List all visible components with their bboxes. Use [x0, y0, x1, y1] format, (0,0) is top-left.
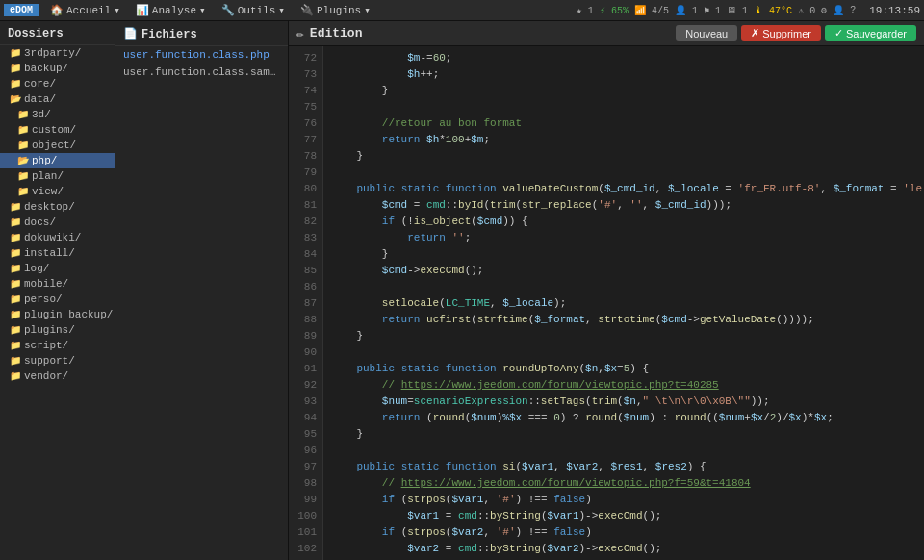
folder-core[interactable]: 📁core/: [0, 76, 115, 91]
menu-accueil[interactable]: 🏠 Accueil ▾: [42, 2, 128, 18]
menu-outils[interactable]: 🔧 Outils ▾: [214, 2, 293, 18]
menubar: eDOM 🏠 Accueil ▾ 📊 Analyse ▾ 🔧 Outils ▾ …: [0, 0, 924, 21]
dossiers-panel: Dossiers 📁3rdparty/ 📁backup/ 📁core/ 📂dat…: [0, 21, 116, 560]
folder-open-icon: 📂: [17, 155, 29, 166]
status-bar: ★ 1 ⚡ 65% 📶 4/5 👤 1 ⚑ 1 🖥 1 🌡 47°C ⚠ 0 ⚙…: [577, 5, 920, 16]
folder-icon: 📁: [17, 170, 29, 182]
folder-mobile[interactable]: 📁mobile/: [0, 276, 115, 292]
folder-install[interactable]: 📁install/: [0, 245, 115, 261]
folder-icon: 📁: [10, 355, 21, 367]
analyse-icon: 📊: [136, 4, 149, 16]
folder-3d[interactable]: 📁3d/: [0, 107, 115, 122]
folder-icon: 📁: [10, 293, 21, 305]
folder-icon: 📁: [10, 232, 21, 243]
folder-docs[interactable]: 📁docs/: [0, 215, 115, 230]
folder-script[interactable]: 📁script/: [0, 338, 115, 353]
warning-icon: ⚠ 0: [798, 5, 815, 16]
folder-icon: 📁: [10, 278, 21, 290]
home-icon: 🏠: [50, 4, 64, 16]
folder-icon: 📁: [10, 216, 21, 228]
folder-icon: 📁: [10, 324, 21, 336]
new-button[interactable]: Nouveau: [676, 25, 737, 41]
battery-icon: ⚡ 65%: [600, 5, 629, 16]
folder-icon: 📁: [17, 140, 29, 151]
editor-title: ✏ Edition: [296, 26, 362, 41]
user-icon[interactable]: 👤: [833, 5, 844, 16]
folder-custom[interactable]: 📁custom/: [0, 122, 115, 138]
file-user-function-sample[interactable]: user.function.class.sample.php: [116, 64, 288, 81]
clock: 19:13:59: [869, 5, 920, 16]
folder-icon: 📁: [10, 340, 21, 351]
folder-icon: 📁: [17, 186, 29, 197]
file-icon: 📄: [123, 27, 138, 41]
folder-3rdparty[interactable]: 📁3rdparty/: [0, 45, 115, 61]
line-numbers: 7273747576777879808182838485868788899091…: [289, 46, 323, 560]
editor-header: ✏ Edition Nouveau ✗ Supprimer ✓ Sauvegar…: [289, 21, 924, 46]
folder-dokuwiki[interactable]: 📁dokuwiki/: [0, 230, 115, 245]
folder-object[interactable]: 📁object/: [0, 138, 115, 153]
wrench-icon: 🔧: [221, 4, 235, 16]
folder-log[interactable]: 📁log/: [0, 261, 115, 276]
main-layout: Dossiers 📁3rdparty/ 📁backup/ 📁core/ 📂dat…: [0, 21, 924, 560]
menu-plugins[interactable]: 🔌 Plugins ▾: [293, 2, 378, 18]
folder-icon: 📁: [10, 47, 21, 59]
chevron-down-icon: ▾: [114, 4, 120, 16]
folder-support[interactable]: 📁support/: [0, 353, 115, 369]
menu-analyse[interactable]: 📊 Analyse ▾: [128, 2, 214, 18]
folder-vendor[interactable]: 📁vendor/: [0, 369, 115, 384]
help-icon[interactable]: ?: [850, 5, 856, 15]
folder-php[interactable]: 📂php/: [0, 153, 115, 168]
settings-icon[interactable]: ⚙: [821, 5, 827, 16]
signal-icon: 📶 4/5: [634, 5, 669, 16]
editor-panel: ✏ Edition Nouveau ✗ Supprimer ✓ Sauvegar…: [289, 21, 924, 560]
fichiers-panel: 📄 Fichiers user.function.class.php user.…: [116, 21, 289, 560]
folder-icon: 📁: [10, 78, 21, 89]
folder-perso[interactable]: 📁perso/: [0, 292, 115, 307]
folder-icon: 📁: [10, 309, 21, 320]
folder-icon: 📁: [17, 109, 29, 120]
folder-icon: 📁: [17, 124, 29, 136]
app-logo[interactable]: eDOM: [4, 4, 38, 16]
chevron-down-icon: ▾: [278, 4, 285, 16]
code-area[interactable]: 7273747576777879808182838485868788899091…: [289, 46, 924, 560]
folder-icon: 📁: [10, 201, 21, 213]
folder-view[interactable]: 📁view/: [0, 184, 115, 199]
folder-backup[interactable]: 📁backup/: [0, 61, 115, 76]
chevron-down-icon: ▾: [364, 4, 371, 16]
code-content[interactable]: $m-=60; $h++; } //retour au bon format r…: [323, 46, 924, 560]
temp-icon: 🌡 47°C: [754, 5, 792, 16]
folder-open-icon: 📂: [10, 93, 21, 105]
folder-icon: 📁: [10, 63, 21, 74]
folder-icon: 📁: [10, 263, 21, 274]
folder-icon: 📁: [10, 370, 21, 382]
folder-desktop[interactable]: 📁desktop/: [0, 199, 115, 215]
fichiers-title: 📄 Fichiers: [116, 21, 288, 46]
monitor-icon: 🖥 1: [727, 5, 748, 16]
folder-data[interactable]: 📂data/: [0, 91, 115, 107]
flag-icon: ⚑ 1: [704, 5, 721, 16]
star-icon: ★ 1: [577, 5, 594, 16]
dossiers-title: Dossiers: [0, 21, 115, 45]
plugin-icon: 🔌: [300, 4, 314, 16]
editor-actions: Nouveau ✗ Supprimer ✓ Sauvegarder: [676, 25, 916, 41]
folder-plugin-backup[interactable]: 📁plugin_backup/: [0, 307, 115, 322]
delete-button[interactable]: ✗ Supprimer: [741, 25, 821, 41]
person-icon: 👤 1: [675, 5, 698, 16]
edit-pencil-icon: ✏: [296, 26, 304, 41]
save-button[interactable]: ✓ Sauvegarder: [825, 25, 916, 41]
chevron-down-icon: ▾: [199, 4, 206, 16]
file-user-function[interactable]: user.function.class.php: [116, 46, 288, 64]
folder-plan[interactable]: 📁plan/: [0, 168, 115, 184]
folder-plugins[interactable]: 📁plugins/: [0, 322, 115, 338]
folder-icon: 📁: [10, 247, 21, 259]
